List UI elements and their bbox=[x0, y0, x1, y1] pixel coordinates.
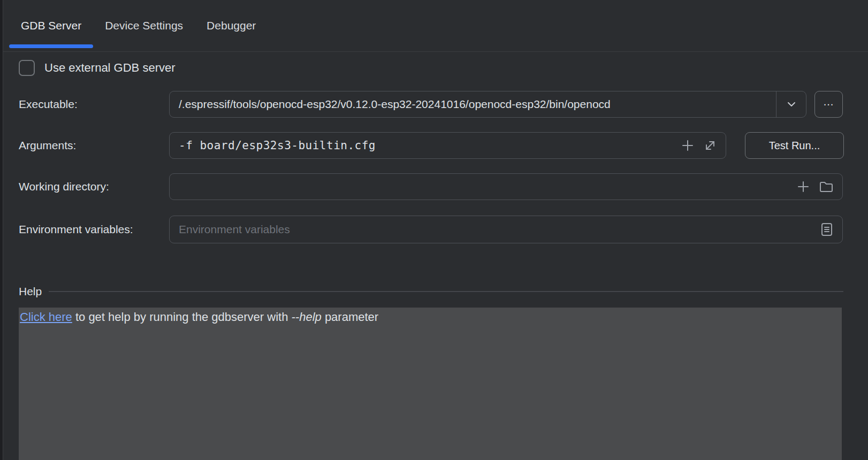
tab-bar: GDB Server Device Settings Debugger bbox=[3, 0, 868, 52]
executable-dropdown-button[interactable] bbox=[776, 91, 806, 117]
tab-label: Debugger bbox=[207, 19, 256, 32]
expand-icon[interactable] bbox=[703, 139, 717, 152]
list-editor-icon[interactable] bbox=[820, 222, 834, 237]
arguments-input[interactable]: -f board/esp32s3-builtin.cfg bbox=[169, 132, 726, 159]
active-tab-indicator bbox=[9, 44, 93, 48]
working-directory-label: Working directory: bbox=[19, 173, 109, 200]
plus-icon[interactable] bbox=[681, 139, 695, 152]
arguments-row: Arguments: -f board/esp32s3-builtin.cfg … bbox=[0, 132, 868, 159]
help-separator-line bbox=[49, 291, 843, 292]
environment-variables-placeholder[interactable]: Environment variables bbox=[170, 223, 820, 236]
environment-variables-label: Environment variables: bbox=[19, 216, 133, 243]
arguments-field-icons bbox=[681, 139, 726, 152]
help-text: to get help by running the gdbserver wit… bbox=[72, 310, 292, 324]
use-external-gdb-server-checkbox[interactable] bbox=[19, 60, 35, 76]
executable-combobox[interactable]: /.espressif/tools/openocd-esp32/v0.12.0-… bbox=[169, 91, 806, 118]
environment-variables-field-icons bbox=[820, 222, 842, 237]
plus-icon[interactable] bbox=[796, 180, 810, 194]
chevron-down-icon bbox=[785, 98, 798, 111]
working-directory-input[interactable] bbox=[169, 173, 843, 200]
help-output-panel: Click here to get help by running the gd… bbox=[19, 308, 842, 460]
tab-debugger[interactable]: Debugger bbox=[195, 0, 268, 51]
tab-gdb-server[interactable]: GDB Server bbox=[9, 0, 93, 51]
help-text-end: parameter bbox=[322, 310, 378, 324]
arguments-label: Arguments: bbox=[19, 132, 76, 159]
use-external-gdb-server-row: Use external GDB server bbox=[19, 60, 176, 76]
executable-label: Executable: bbox=[19, 91, 78, 118]
gdb-server-settings-panel: GDB Server Device Settings Debugger Use … bbox=[0, 0, 868, 460]
executable-row: Executable: /.espressif/tools/openocd-es… bbox=[0, 91, 868, 118]
help-section-header: Help bbox=[19, 285, 843, 298]
help-section-title: Help bbox=[19, 285, 42, 298]
test-run-label: Test Run... bbox=[769, 140, 820, 152]
executable-browse-button[interactable]: ... bbox=[814, 91, 843, 118]
ellipsis-label: ... bbox=[824, 95, 834, 108]
working-directory-field-icons bbox=[796, 180, 842, 194]
tab-device-settings[interactable]: Device Settings bbox=[93, 0, 195, 51]
arguments-value[interactable]: -f board/esp32s3-builtin.cfg bbox=[170, 139, 681, 152]
help-italic-flag: --help bbox=[292, 310, 322, 324]
tab-label: GDB Server bbox=[21, 19, 81, 32]
environment-variables-input[interactable]: Environment variables bbox=[169, 216, 843, 243]
help-click-here-link[interactable]: Click here bbox=[20, 310, 72, 324]
test-run-button[interactable]: Test Run... bbox=[745, 132, 844, 159]
environment-variables-row: Environment variables: Environment varia… bbox=[0, 216, 868, 243]
executable-value[interactable]: /.espressif/tools/openocd-esp32/v0.12.0-… bbox=[170, 98, 776, 111]
folder-icon[interactable] bbox=[819, 180, 834, 194]
checkbox-label: Use external GDB server bbox=[44, 61, 176, 75]
tab-label: Device Settings bbox=[105, 19, 183, 32]
working-directory-row: Working directory: bbox=[0, 173, 868, 200]
